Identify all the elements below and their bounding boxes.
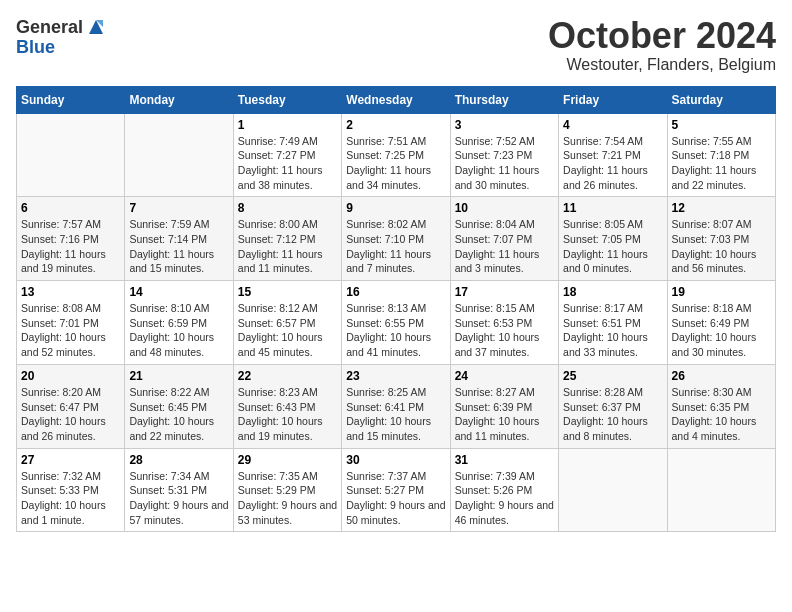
calendar-day-cell: 28Sunrise: 7:34 AMSunset: 5:31 PMDayligh…	[125, 448, 233, 532]
day-info: Sunrise: 8:27 AMSunset: 6:39 PMDaylight:…	[455, 385, 554, 444]
calendar-day-cell: 21Sunrise: 8:22 AMSunset: 6:45 PMDayligh…	[125, 364, 233, 448]
day-info: Sunrise: 8:17 AMSunset: 6:51 PMDaylight:…	[563, 301, 662, 360]
calendar-day-cell: 4Sunrise: 7:54 AMSunset: 7:21 PMDaylight…	[559, 113, 667, 197]
calendar-day-cell: 31Sunrise: 7:39 AMSunset: 5:26 PMDayligh…	[450, 448, 558, 532]
day-info: Sunrise: 8:28 AMSunset: 6:37 PMDaylight:…	[563, 385, 662, 444]
day-info: Sunrise: 8:25 AMSunset: 6:41 PMDaylight:…	[346, 385, 445, 444]
calendar-header-row: SundayMondayTuesdayWednesdayThursdayFrid…	[17, 86, 776, 113]
calendar-day-cell: 10Sunrise: 8:04 AMSunset: 7:07 PMDayligh…	[450, 197, 558, 281]
calendar-day-cell: 2Sunrise: 7:51 AMSunset: 7:25 PMDaylight…	[342, 113, 450, 197]
calendar-day-cell: 23Sunrise: 8:25 AMSunset: 6:41 PMDayligh…	[342, 364, 450, 448]
day-number: 26	[672, 369, 771, 383]
title-block: October 2024 Westouter, Flanders, Belgiu…	[548, 16, 776, 74]
day-number: 6	[21, 201, 120, 215]
day-info: Sunrise: 8:12 AMSunset: 6:57 PMDaylight:…	[238, 301, 337, 360]
calendar-day-cell	[559, 448, 667, 532]
calendar-day-header: Sunday	[17, 86, 125, 113]
calendar-week-row: 6Sunrise: 7:57 AMSunset: 7:16 PMDaylight…	[17, 197, 776, 281]
calendar-day-cell: 25Sunrise: 8:28 AMSunset: 6:37 PMDayligh…	[559, 364, 667, 448]
calendar-day-cell: 11Sunrise: 8:05 AMSunset: 7:05 PMDayligh…	[559, 197, 667, 281]
day-info: Sunrise: 8:23 AMSunset: 6:43 PMDaylight:…	[238, 385, 337, 444]
day-info: Sunrise: 7:32 AMSunset: 5:33 PMDaylight:…	[21, 469, 120, 528]
day-info: Sunrise: 7:54 AMSunset: 7:21 PMDaylight:…	[563, 134, 662, 193]
day-number: 1	[238, 118, 337, 132]
day-info: Sunrise: 8:07 AMSunset: 7:03 PMDaylight:…	[672, 217, 771, 276]
day-number: 24	[455, 369, 554, 383]
day-info: Sunrise: 7:37 AMSunset: 5:27 PMDaylight:…	[346, 469, 445, 528]
calendar-day-cell: 3Sunrise: 7:52 AMSunset: 7:23 PMDaylight…	[450, 113, 558, 197]
day-number: 29	[238, 453, 337, 467]
day-info: Sunrise: 7:35 AMSunset: 5:29 PMDaylight:…	[238, 469, 337, 528]
day-number: 23	[346, 369, 445, 383]
day-info: Sunrise: 8:10 AMSunset: 6:59 PMDaylight:…	[129, 301, 228, 360]
calendar-day-cell: 5Sunrise: 7:55 AMSunset: 7:18 PMDaylight…	[667, 113, 775, 197]
day-number: 15	[238, 285, 337, 299]
day-info: Sunrise: 7:39 AMSunset: 5:26 PMDaylight:…	[455, 469, 554, 528]
day-number: 10	[455, 201, 554, 215]
calendar-day-cell: 26Sunrise: 8:30 AMSunset: 6:35 PMDayligh…	[667, 364, 775, 448]
day-number: 16	[346, 285, 445, 299]
page-header: General Blue October 2024 Westouter, Fla…	[16, 16, 776, 74]
day-number: 31	[455, 453, 554, 467]
day-number: 27	[21, 453, 120, 467]
day-number: 4	[563, 118, 662, 132]
day-number: 18	[563, 285, 662, 299]
day-number: 21	[129, 369, 228, 383]
calendar-day-cell: 7Sunrise: 7:59 AMSunset: 7:14 PMDaylight…	[125, 197, 233, 281]
calendar-day-cell	[125, 113, 233, 197]
calendar-day-cell: 12Sunrise: 8:07 AMSunset: 7:03 PMDayligh…	[667, 197, 775, 281]
calendar-day-cell: 14Sunrise: 8:10 AMSunset: 6:59 PMDayligh…	[125, 281, 233, 365]
calendar-week-row: 13Sunrise: 8:08 AMSunset: 7:01 PMDayligh…	[17, 281, 776, 365]
logo: General Blue	[16, 16, 107, 56]
day-number: 22	[238, 369, 337, 383]
calendar-day-header: Friday	[559, 86, 667, 113]
day-number: 11	[563, 201, 662, 215]
day-number: 5	[672, 118, 771, 132]
calendar-day-header: Tuesday	[233, 86, 341, 113]
day-number: 25	[563, 369, 662, 383]
day-number: 28	[129, 453, 228, 467]
day-info: Sunrise: 8:15 AMSunset: 6:53 PMDaylight:…	[455, 301, 554, 360]
day-info: Sunrise: 7:55 AMSunset: 7:18 PMDaylight:…	[672, 134, 771, 193]
calendar-week-row: 27Sunrise: 7:32 AMSunset: 5:33 PMDayligh…	[17, 448, 776, 532]
day-info: Sunrise: 8:20 AMSunset: 6:47 PMDaylight:…	[21, 385, 120, 444]
calendar-table: SundayMondayTuesdayWednesdayThursdayFrid…	[16, 86, 776, 533]
logo-general-text: General	[16, 18, 83, 36]
day-number: 12	[672, 201, 771, 215]
day-number: 17	[455, 285, 554, 299]
logo-blue-text: Blue	[16, 38, 55, 56]
day-info: Sunrise: 7:52 AMSunset: 7:23 PMDaylight:…	[455, 134, 554, 193]
day-info: Sunrise: 8:08 AMSunset: 7:01 PMDaylight:…	[21, 301, 120, 360]
calendar-day-header: Saturday	[667, 86, 775, 113]
calendar-day-cell	[667, 448, 775, 532]
calendar-day-cell: 22Sunrise: 8:23 AMSunset: 6:43 PMDayligh…	[233, 364, 341, 448]
day-number: 20	[21, 369, 120, 383]
day-info: Sunrise: 7:49 AMSunset: 7:27 PMDaylight:…	[238, 134, 337, 193]
day-info: Sunrise: 7:59 AMSunset: 7:14 PMDaylight:…	[129, 217, 228, 276]
day-number: 30	[346, 453, 445, 467]
calendar-week-row: 20Sunrise: 8:20 AMSunset: 6:47 PMDayligh…	[17, 364, 776, 448]
calendar-day-cell	[17, 113, 125, 197]
calendar-day-cell: 6Sunrise: 7:57 AMSunset: 7:16 PMDaylight…	[17, 197, 125, 281]
calendar-day-cell: 9Sunrise: 8:02 AMSunset: 7:10 PMDaylight…	[342, 197, 450, 281]
calendar-day-header: Wednesday	[342, 86, 450, 113]
day-number: 13	[21, 285, 120, 299]
day-info: Sunrise: 8:18 AMSunset: 6:49 PMDaylight:…	[672, 301, 771, 360]
calendar-day-cell: 20Sunrise: 8:20 AMSunset: 6:47 PMDayligh…	[17, 364, 125, 448]
calendar-day-cell: 24Sunrise: 8:27 AMSunset: 6:39 PMDayligh…	[450, 364, 558, 448]
calendar-day-cell: 1Sunrise: 7:49 AMSunset: 7:27 PMDaylight…	[233, 113, 341, 197]
calendar-day-cell: 16Sunrise: 8:13 AMSunset: 6:55 PMDayligh…	[342, 281, 450, 365]
calendar-day-header: Thursday	[450, 86, 558, 113]
day-number: 2	[346, 118, 445, 132]
day-number: 14	[129, 285, 228, 299]
day-info: Sunrise: 8:05 AMSunset: 7:05 PMDaylight:…	[563, 217, 662, 276]
calendar-day-cell: 8Sunrise: 8:00 AMSunset: 7:12 PMDaylight…	[233, 197, 341, 281]
day-number: 3	[455, 118, 554, 132]
day-info: Sunrise: 8:00 AMSunset: 7:12 PMDaylight:…	[238, 217, 337, 276]
day-info: Sunrise: 8:13 AMSunset: 6:55 PMDaylight:…	[346, 301, 445, 360]
day-number: 9	[346, 201, 445, 215]
calendar-day-cell: 19Sunrise: 8:18 AMSunset: 6:49 PMDayligh…	[667, 281, 775, 365]
calendar-day-cell: 13Sunrise: 8:08 AMSunset: 7:01 PMDayligh…	[17, 281, 125, 365]
day-info: Sunrise: 8:02 AMSunset: 7:10 PMDaylight:…	[346, 217, 445, 276]
day-info: Sunrise: 7:51 AMSunset: 7:25 PMDaylight:…	[346, 134, 445, 193]
